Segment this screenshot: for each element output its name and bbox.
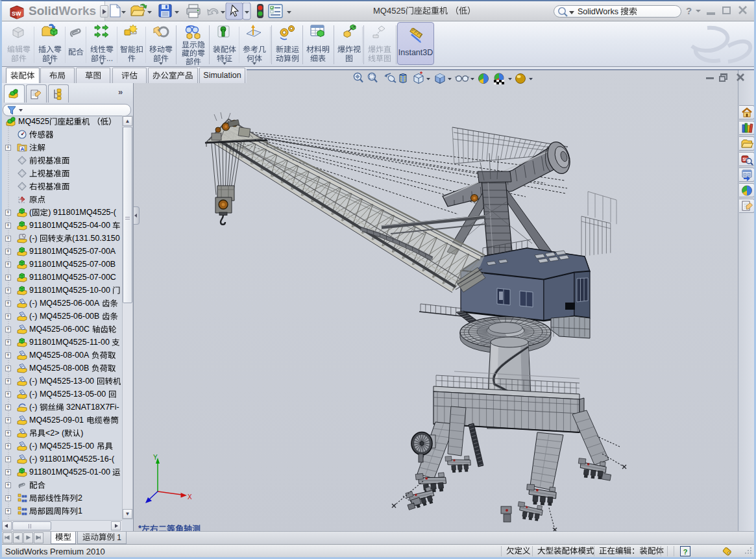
svg-text:Y: Y <box>153 454 158 461</box>
svg-text:A: A <box>21 146 25 152</box>
svg-text:SW: SW <box>12 10 21 17</box>
svg-text:X: X <box>188 493 192 501</box>
